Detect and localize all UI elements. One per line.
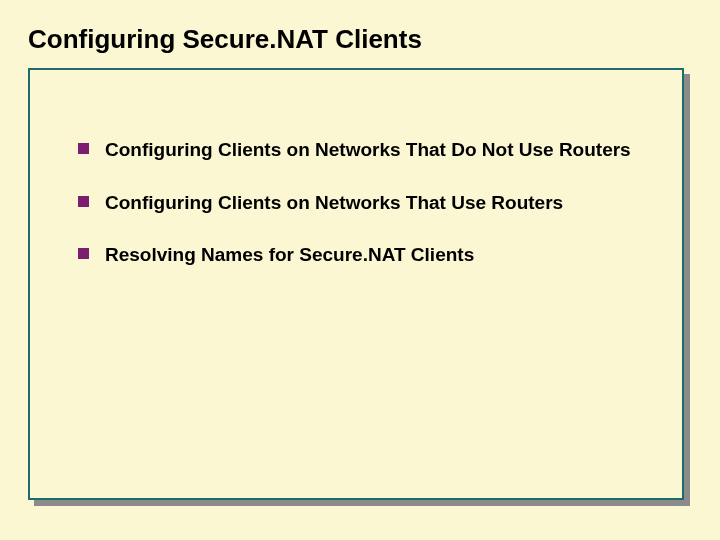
list-item: Resolving Names for Secure.NAT Clients [78,243,658,268]
slide-title: Configuring Secure.NAT Clients [28,24,692,55]
bullet-text: Configuring Clients on Networks That Use… [105,191,563,216]
bullet-text: Configuring Clients on Networks That Do … [105,138,631,163]
bullet-icon [78,196,89,207]
content-panel: Configuring Clients on Networks That Do … [28,68,684,500]
bullet-icon [78,143,89,154]
list-item: Configuring Clients on Networks That Use… [78,191,658,216]
bullet-text: Resolving Names for Secure.NAT Clients [105,243,474,268]
bullet-icon [78,248,89,259]
slide: Configuring Secure.NAT Clients Configuri… [0,0,720,540]
list-item: Configuring Clients on Networks That Do … [78,138,658,163]
